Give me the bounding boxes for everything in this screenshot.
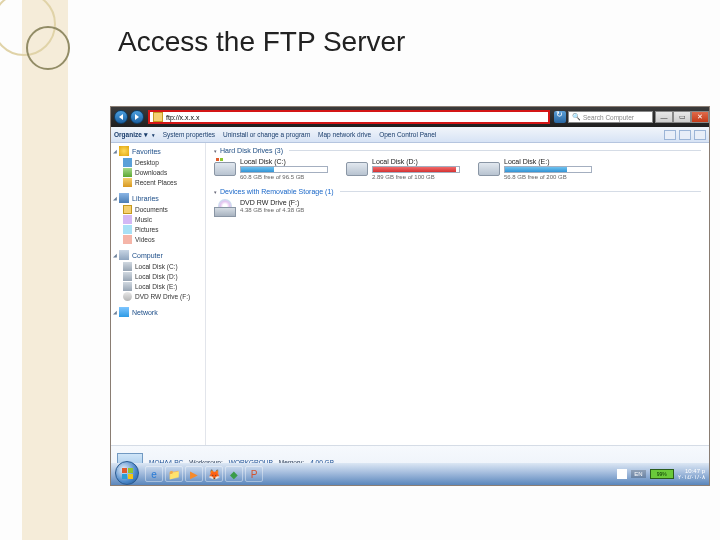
drive-free-text: 56.8 GB free of 200 GB	[504, 174, 592, 180]
slide-title: Access the FTP Server	[118, 26, 405, 58]
drive-usage-bar	[504, 166, 592, 173]
drive-free-text: 4.38 GB free of 4.38 GB	[240, 207, 304, 213]
drive-usage-bar	[240, 166, 328, 173]
nav-documents[interactable]: Documents	[123, 205, 203, 214]
libraries-icon	[119, 193, 129, 203]
address-text: ftp://x.x.x.x	[166, 114, 199, 121]
taskbar-explorer[interactable]: 📁	[165, 466, 183, 482]
taskbar-powerpoint[interactable]: P	[245, 466, 263, 482]
nav-dvd[interactable]: DVD RW Drive (F:)	[123, 292, 203, 301]
battery-indicator[interactable]: 99%	[650, 469, 674, 479]
music-icon	[123, 215, 132, 224]
preview-pane-button[interactable]	[679, 130, 691, 140]
group-hdd[interactable]: Hard Disk Drives (3)	[214, 147, 701, 154]
disk-icon	[123, 282, 132, 291]
recent-icon	[123, 178, 132, 187]
help-button[interactable]	[694, 130, 706, 140]
forward-button[interactable]	[130, 110, 144, 124]
drive-usage-bar	[372, 166, 460, 173]
taskbar-app-green[interactable]: ◆	[225, 466, 243, 482]
disk-icon	[123, 262, 132, 271]
titlebar: ftp://x.x.x.x 🔍 Search Computer ― ▭ ✕	[111, 107, 709, 127]
search-icon: 🔍	[572, 113, 581, 121]
nav-music[interactable]: Music	[123, 215, 203, 224]
refresh-button[interactable]	[554, 111, 566, 123]
desktop-icon	[123, 158, 132, 167]
drive-item[interactable]: Local Disk (D:) 2.89 GB free of 100 GB	[346, 158, 466, 180]
downloads-icon	[123, 168, 132, 177]
computer-icon	[119, 250, 129, 260]
toolbar-organize[interactable]: Organize ▾	[114, 131, 155, 139]
taskbar-ie[interactable]: e	[145, 466, 163, 482]
drive-item[interactable]: Local Disk (E:) 56.8 GB free of 200 GB	[478, 158, 598, 180]
navigation-pane: Favorites Desktop Downloads Recent Place…	[111, 143, 206, 445]
content-pane: Hard Disk Drives (3) Local Disk (C:) 60.…	[206, 143, 709, 445]
nav-videos[interactable]: Videos	[123, 235, 203, 244]
maximize-button[interactable]: ▭	[673, 111, 691, 123]
disk-icon	[123, 272, 132, 281]
toolbar-system-properties[interactable]: System properties	[163, 131, 215, 138]
explorer-window: ftp://x.x.x.x 🔍 Search Computer ― ▭ ✕ Or…	[110, 106, 710, 486]
nav-disk-c[interactable]: Local Disk (C:)	[123, 262, 203, 271]
taskbar-wmp[interactable]: ▶	[185, 466, 203, 482]
nav-libraries[interactable]: Libraries	[113, 193, 203, 203]
nav-network[interactable]: Network	[113, 307, 203, 317]
drive-icon	[214, 158, 236, 176]
drive-name: Local Disk (E:)	[504, 158, 592, 165]
dvd-icon	[123, 292, 132, 301]
toolbar-control-panel[interactable]: Open Control Panel	[379, 131, 436, 138]
nav-pictures[interactable]: Pictures	[123, 225, 203, 234]
videos-icon	[123, 235, 132, 244]
nav-computer[interactable]: Computer	[113, 250, 203, 260]
drive-name: Local Disk (C:)	[240, 158, 328, 165]
start-button[interactable]	[115, 461, 139, 485]
minimize-button[interactable]: ―	[655, 111, 673, 123]
search-placeholder: Search Computer	[583, 114, 634, 121]
nav-downloads[interactable]: Downloads	[123, 168, 203, 177]
taskbar-firefox[interactable]: 🦊	[205, 466, 223, 482]
documents-icon	[123, 205, 132, 214]
drive-free-text: 60.8 GB free of 96.5 GB	[240, 174, 328, 180]
nav-recent[interactable]: Recent Places	[123, 178, 203, 187]
drive-name: DVD RW Drive (F:)	[240, 199, 304, 206]
folder-icon	[153, 112, 163, 122]
language-indicator[interactable]: EN	[631, 470, 645, 478]
nav-disk-d[interactable]: Local Disk (D:)	[123, 272, 203, 281]
back-button[interactable]	[114, 110, 128, 124]
nav-desktop[interactable]: Desktop	[123, 158, 203, 167]
nav-favorites[interactable]: Favorites	[113, 146, 203, 156]
system-tray: EN 99% 10:47 p ٢٠١٤/٠١/٠٨	[617, 468, 705, 480]
tray-clock[interactable]: 10:47 p ٢٠١٤/٠١/٠٨	[678, 468, 705, 480]
toolbar-map-drive[interactable]: Map network drive	[318, 131, 371, 138]
toolbar-uninstall[interactable]: Uninstall or change a program	[223, 131, 310, 138]
drive-item[interactable]: Local Disk (C:) 60.8 GB free of 96.5 GB	[214, 158, 334, 180]
tray-flag-icon[interactable]	[617, 469, 627, 479]
slide-decor	[0, 0, 100, 540]
close-button[interactable]: ✕	[691, 111, 709, 123]
network-icon	[119, 307, 129, 317]
drive-item[interactable]: DVD RW Drive (F:) 4.38 GB free of 4.38 G…	[214, 199, 334, 217]
pictures-icon	[123, 225, 132, 234]
dvd-drive-icon	[214, 199, 236, 217]
drive-icon	[478, 158, 500, 176]
windows-logo-icon	[122, 468, 134, 480]
drive-name: Local Disk (D:)	[372, 158, 460, 165]
taskbar: e 📁 ▶ 🦊 ◆ P EN 99% 10:47 p ٢٠١٤/٠١/٠٨	[111, 463, 709, 485]
view-button[interactable]	[664, 130, 676, 140]
drive-icon	[346, 158, 368, 176]
drive-free-text: 2.89 GB free of 100 GB	[372, 174, 460, 180]
search-input[interactable]: 🔍 Search Computer	[568, 111, 653, 123]
favorites-icon	[119, 146, 129, 156]
address-bar[interactable]: ftp://x.x.x.x	[148, 110, 550, 124]
nav-disk-e[interactable]: Local Disk (E:)	[123, 282, 203, 291]
group-removable[interactable]: Devices with Removable Storage (1)	[214, 188, 701, 195]
command-toolbar: Organize ▾ System properties Uninstall o…	[111, 127, 709, 143]
